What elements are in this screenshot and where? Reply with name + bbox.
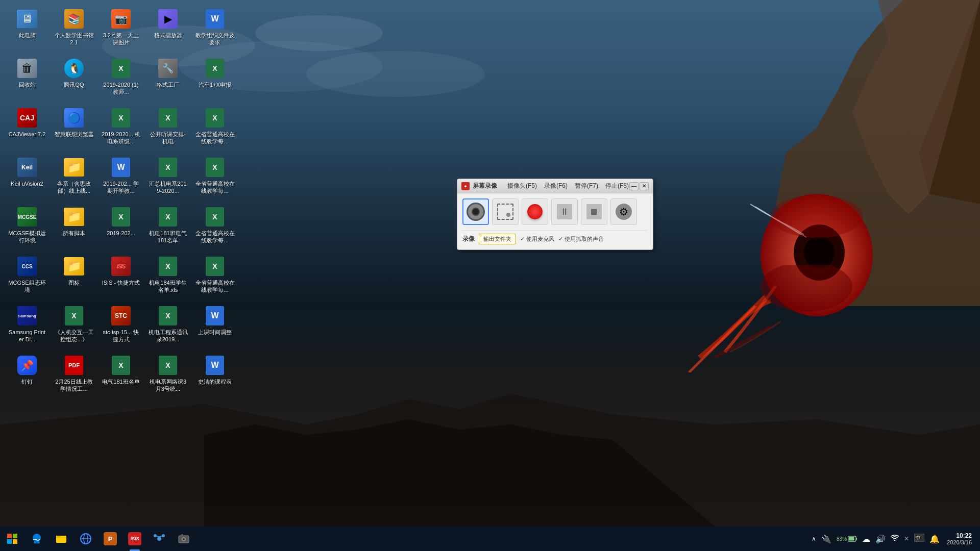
icon-excel-listen[interactable]: X 公开听课安排·机电 (146, 104, 190, 153)
icon-excel-elec181[interactable]: X 电气181班名单 (99, 352, 143, 400)
tray-expand-button[interactable]: ∧ (811, 534, 817, 543)
icon-ding[interactable]: 📌 钉钉 (5, 352, 49, 400)
recorder-minimize-button[interactable]: — (629, 182, 639, 190)
start-button[interactable] (0, 527, 24, 551)
usb-icon[interactable]: 🔌 (820, 533, 832, 545)
tray-x-icon[interactable]: ✕ (903, 534, 910, 543)
recorder-window-controls: — ✕ (629, 182, 649, 190)
recorder-menu: 摄像头(F5) 录像(F6) 暂停(F7) 停止(F8) (507, 182, 629, 190)
svg-rect-12 (7, 539, 12, 544)
icon-excel-car[interactable]: X 汽车1+X申报 (193, 55, 237, 103)
svg-point-19 (157, 537, 161, 541)
selection-area-icon (497, 204, 513, 220)
svg-rect-29 (856, 538, 857, 540)
network-icon (153, 533, 165, 545)
recorder-output-folder-button[interactable]: 输出文件夹 (479, 234, 516, 244)
svg-point-9 (761, 265, 852, 312)
icon-isis[interactable]: ISIS ISIS - 快捷方式 (99, 253, 143, 301)
recorder-menu-camera[interactable]: 摄像头(F5) (507, 182, 537, 190)
globe-icon (80, 533, 92, 545)
recorder-titlebar: ● 屏幕录像 摄像头(F5) 录像(F6) 暂停(F7) 停止(F8) — ✕ (457, 179, 653, 193)
taskbar-ppt[interactable]: P (98, 527, 122, 551)
icon-tool[interactable]: 🔧 格式工厂 (146, 55, 190, 103)
svg-rect-13 (13, 539, 17, 544)
battery-indicator[interactable]: 83% (836, 535, 858, 543)
network-tray-icon[interactable] (890, 533, 900, 544)
recorder-toolbar: ⏸ ⏹ ⚙ (462, 198, 648, 225)
cloud-sync-icon[interactable]: ☁ (861, 533, 871, 545)
recorder-menu-record[interactable]: 录像(F6) (544, 182, 568, 190)
icon-cajviewer[interactable]: CAJ CAJViewer 7.2 (5, 104, 49, 153)
icon-excel2019[interactable]: X 2019-2020 (1) 教师... (99, 55, 143, 103)
notification-bell-icon[interactable]: 🔔 (928, 533, 941, 545)
icon-word-history[interactable]: W 史洁的课程表 (193, 352, 237, 400)
icon-word2019c[interactable]: W 2019-202... 学期开学教... (99, 154, 143, 202)
volume-icon[interactable]: 🔊 (874, 533, 887, 545)
isis-taskbar-icon: ISIS (128, 532, 141, 545)
battery-icon (848, 536, 857, 542)
taskbar-browser[interactable] (74, 527, 98, 551)
recorder-close-button[interactable]: ✕ (640, 182, 649, 190)
recorder-use-mic-checkbox[interactable]: ✓ 使用麦克风 (520, 235, 554, 243)
icon-excel-184[interactable]: X 机电184班学生名单.xls (146, 253, 190, 301)
system-clock[interactable]: 10:22 2020/3/16 (944, 531, 975, 546)
svg-point-7 (804, 236, 835, 269)
svg-rect-11 (13, 534, 17, 538)
recorder-area-button[interactable] (492, 198, 519, 225)
icon-excel-network[interactable]: X 机电系网络课3月3号统... (146, 352, 190, 400)
icon-excel2019d[interactable]: X 2019-202... (99, 203, 143, 252)
icon-stc[interactable]: STC stc-isp-15... 快捷方式 (99, 302, 143, 350)
settings-gear-icon: ⚙ (616, 204, 632, 220)
recorder-menu-stop[interactable]: 停止(F8) (605, 182, 629, 190)
icon-excel-nation2[interactable]: X 全省普通高校在线教学每... (193, 203, 237, 252)
icon-browser[interactable]: 🔵 智慧联想浏览器 (52, 104, 96, 153)
icon-day32[interactable]: 📷 3.2号第一天上课图片 (99, 5, 143, 54)
icon-keil[interactable]: Keil Keil uVision2 (5, 154, 49, 202)
icon-pdf225[interactable]: PDF 2月25日线上教学情况工... (52, 352, 96, 400)
taskbar-explorer[interactable] (49, 527, 74, 551)
recorder-record-button[interactable] (522, 198, 548, 225)
icon-excel-human[interactable]: X 《人机交互—工控组态...》 (52, 302, 96, 350)
icon-word-req[interactable]: W 教学组织文件及要求 (193, 5, 237, 54)
recorder-menu-pause[interactable]: 暂停(F7) (575, 182, 598, 190)
icon-folder-script[interactable]: 📁 所有脚本 (52, 203, 96, 252)
svg-text:中: 中 (916, 535, 920, 540)
icon-excel-nation[interactable]: X 全省普通高校在线教学每... (193, 154, 237, 202)
file-explorer-icon (55, 533, 67, 545)
taskbar-camera[interactable] (172, 527, 196, 551)
icon-samsung[interactable]: Samsung Samsung Printer Di... (5, 302, 49, 350)
recorder-title: 屏幕录像 (473, 182, 497, 190)
icon-word-adjust[interactable]: W 上课时间调整 (193, 302, 237, 350)
icon-icon-lib[interactable]: 📁 图标 (52, 253, 96, 301)
taskbar-isis[interactable]: ISIS (122, 527, 147, 551)
taskbar-edge[interactable] (24, 527, 49, 551)
recorder-title-icon: ● (461, 182, 470, 190)
recorder-use-capture-sound-checkbox[interactable]: ✓ 使用抓取的声音 (558, 235, 604, 243)
icon-excel-mechat2[interactable]: X 机电工程系通讯录2019... (146, 302, 190, 350)
icon-media[interactable]: ▶ 格式擂放器 (146, 5, 190, 54)
icon-excel-teach[interactable]: X 全省普通高校在线教学每... (193, 104, 237, 153)
taskbar-apps: P ISIS (24, 527, 811, 551)
icon-book21[interactable]: 📚 个人数学图书馆2.1 (52, 5, 96, 54)
svg-rect-15 (56, 536, 61, 538)
icon-qq[interactable]: 🐧 腾讯QQ (52, 55, 96, 103)
recorder-stop-button[interactable]: ⏹ (581, 198, 607, 225)
icon-excel-nation3[interactable]: X 全省普通高校在线教学每... (193, 253, 237, 301)
camera-icon (467, 203, 485, 221)
icon-excel-mechat[interactable]: X 汇总机电系2019-2020... (146, 154, 190, 202)
taskbar-app-extra1[interactable] (147, 527, 172, 551)
recorder-camera-button[interactable] (462, 198, 489, 225)
icon-folder-all[interactable]: 📁 各系（含思政部）线上线... (52, 154, 96, 202)
icon-pc[interactable]: 🖥 此电脑 (5, 5, 49, 54)
icon-ccse[interactable]: CCS MCGSE组态环境 (5, 253, 49, 301)
recorder-settings-button[interactable]: ⚙ (610, 198, 637, 225)
keyboard-layout-icon: 中 (914, 534, 924, 542)
icon-trash[interactable]: 🗑 回收站 (5, 55, 49, 103)
language-indicator[interactable]: 中 (913, 533, 925, 545)
recorder-pause-button[interactable]: ⏸ (551, 198, 578, 225)
icon-excel2019b[interactable]: X 2019-2020... 机电系班级... (99, 104, 143, 153)
icon-excel-181[interactable]: X 机电181班电气181名单 (146, 203, 190, 252)
ppt-icon: P (104, 532, 117, 545)
desktop-icons: 🖥 此电脑 📚 个人数学图书馆2.1 📷 3.2号第一天上课图片 ▶ 格式擂放器… (0, 0, 235, 398)
icon-mcgse[interactable]: MCGSE MCGSE模拟运行环境 (5, 203, 49, 252)
